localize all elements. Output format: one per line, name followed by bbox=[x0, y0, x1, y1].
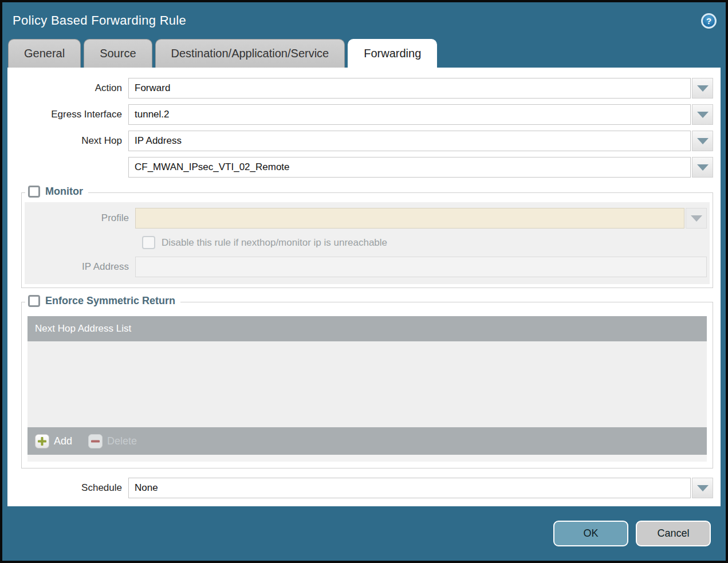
tab-bar: General Source Destination/Application/S… bbox=[2, 39, 726, 68]
profile-row: Profile bbox=[27, 208, 707, 229]
table-header: Next Hop Address List bbox=[27, 316, 707, 341]
chevron-down-icon bbox=[697, 138, 709, 144]
add-button[interactable]: Add bbox=[35, 434, 72, 448]
plus-icon bbox=[35, 434, 49, 448]
monitor-group: Monitor Profile Disable this rule if nex… bbox=[21, 192, 713, 288]
symmetric-return-legend: Enforce Symmetric Return bbox=[45, 295, 175, 307]
chevron-down-icon bbox=[697, 164, 709, 171]
table-body-empty[interactable] bbox=[27, 341, 707, 427]
delete-button: Delete bbox=[88, 434, 137, 448]
action-select[interactable]: Forward bbox=[128, 78, 691, 99]
next-hop-dropdown-button[interactable] bbox=[692, 131, 713, 151]
chevron-down-icon bbox=[697, 112, 709, 118]
next-hop-address-dropdown-button[interactable] bbox=[692, 157, 713, 178]
symmetric-return-checkbox[interactable] bbox=[28, 295, 40, 307]
add-button-label: Add bbox=[54, 435, 72, 447]
schedule-select[interactable]: None bbox=[128, 478, 691, 498]
tab-forwarding[interactable]: Forwarding bbox=[348, 39, 437, 68]
action-dropdown-button[interactable] bbox=[692, 78, 713, 99]
next-hop-address-table: Next Hop Address List Add Delete bbox=[27, 316, 707, 462]
schedule-row: Schedule None bbox=[7, 478, 721, 498]
next-hop-address-select[interactable]: CF_MWAN_IPsec_VTI_02_Remote bbox=[128, 157, 691, 178]
minus-icon bbox=[88, 434, 103, 448]
dialog-title: Policy Based Forwarding Rule bbox=[13, 13, 186, 28]
cancel-button[interactable]: Cancel bbox=[636, 521, 711, 546]
delete-button-label: Delete bbox=[107, 435, 137, 447]
disable-rule-label: Disable this rule if nexthop/monitor ip … bbox=[162, 237, 387, 249]
help-icon[interactable]: ? bbox=[701, 13, 717, 29]
egress-interface-label: Egress Interface bbox=[7, 109, 128, 120]
tab-source[interactable]: Source bbox=[84, 39, 152, 68]
chevron-down-icon bbox=[697, 485, 709, 491]
next-hop-row: Next Hop IP Address bbox=[7, 131, 721, 151]
monitor-ip-row: IP Address bbox=[27, 257, 707, 277]
chevron-down-icon bbox=[697, 85, 709, 92]
profile-label: Profile bbox=[27, 212, 135, 224]
table-toolbar: Add Delete bbox=[27, 427, 707, 455]
tab-general[interactable]: General bbox=[8, 39, 81, 68]
profile-select[interactable] bbox=[135, 208, 684, 229]
monitor-panel: Profile Disable this rule if nexthop/mon… bbox=[25, 202, 710, 284]
table-bottom-strip bbox=[27, 455, 707, 462]
schedule-label: Schedule bbox=[7, 482, 128, 494]
action-label: Action bbox=[7, 82, 128, 94]
disable-rule-row: Disable this rule if nexthop/monitor ip … bbox=[142, 236, 707, 249]
forwarding-tab-panel: Action Forward Egress Interface tunnel.2… bbox=[7, 68, 721, 506]
egress-interface-dropdown-button[interactable] bbox=[692, 104, 713, 125]
pbf-rule-dialog: Policy Based Forwarding Rule ? General S… bbox=[0, 0, 728, 563]
next-hop-label: Next Hop bbox=[7, 135, 128, 147]
action-row: Action Forward bbox=[7, 78, 721, 99]
symmetric-return-group: Enforce Symmetric Return Next Hop Addres… bbox=[21, 302, 713, 468]
tab-destination-application-service[interactable]: Destination/Application/Service bbox=[155, 39, 345, 68]
profile-dropdown-button bbox=[686, 208, 707, 229]
egress-interface-row: Egress Interface tunnel.2 bbox=[7, 104, 721, 125]
ok-button[interactable]: OK bbox=[553, 521, 628, 546]
next-hop-type-select[interactable]: IP Address bbox=[128, 131, 691, 151]
monitor-legend: Monitor bbox=[45, 186, 83, 198]
dialog-footer: OK Cancel bbox=[2, 506, 726, 561]
monitor-checkbox[interactable] bbox=[28, 186, 40, 198]
monitor-ip-input bbox=[135, 257, 707, 277]
schedule-dropdown-button[interactable] bbox=[692, 478, 713, 498]
egress-interface-select[interactable]: tunnel.2 bbox=[128, 104, 691, 125]
monitor-ip-label: IP Address bbox=[27, 261, 135, 273]
chevron-down-icon bbox=[691, 215, 702, 222]
title-bar: Policy Based Forwarding Rule ? bbox=[2, 2, 726, 39]
next-hop-address-row: CF_MWAN_IPsec_VTI_02_Remote bbox=[7, 157, 721, 178]
disable-rule-checkbox[interactable] bbox=[142, 236, 155, 249]
